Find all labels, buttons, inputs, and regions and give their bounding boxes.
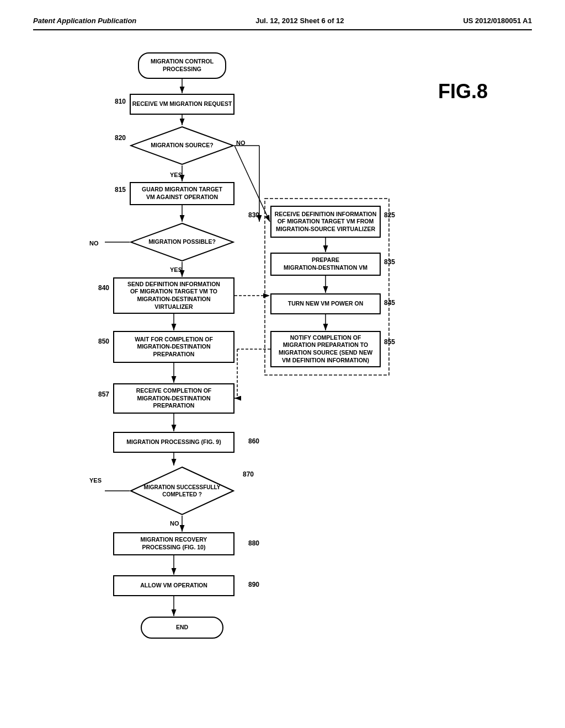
diamond-830: MIGRATION POSSIBLE? [130, 222, 234, 262]
box-845: TURN NEW VM POWER ON [270, 293, 381, 314]
diagram-area: FIG.8 MIGRATION CONTROL PROCESSING 810 R… [33, 36, 532, 681]
step-num-840: 840 [98, 284, 109, 292]
box-835: PREPARE MIGRATION-DESTINATION VM [270, 253, 381, 276]
box-840: SEND DEFINITION INFORMATION OF MIGRATION… [113, 277, 234, 314]
header-patent-num: US 2012/0180051 A1 [463, 17, 532, 25]
step-num-815: 815 [115, 186, 126, 194]
page: Patent Application Publication Jul. 12, … [0, 0, 565, 728]
label-no1: NO [236, 140, 246, 146]
start-box: MIGRATION CONTROL PROCESSING [138, 52, 226, 79]
step-num-850: 850 [98, 338, 109, 345]
step-num-845: 845 [384, 299, 395, 307]
step-num-857: 857 [98, 390, 109, 398]
label-no2: NO [89, 240, 99, 247]
step-num-810: 810 [115, 98, 126, 105]
box-880: MIGRATION RECOVERY PROCESSING (FIG. 10) [113, 532, 234, 555]
step-num-825: 825 [384, 211, 395, 219]
step-num-890: 890 [248, 581, 259, 588]
svg-line-7 [234, 146, 270, 222]
header-sheet-info: Jul. 12, 2012 Sheet 6 of 12 [255, 17, 344, 25]
header-publication: Patent Application Publication [33, 17, 136, 25]
diamond-820: MIGRATION SOURCE? [130, 126, 234, 165]
diamond-870: MIGRATION SUCCESSFULLY COMPLETED ? [130, 466, 234, 516]
label-no3: NO [170, 520, 179, 527]
label-yes1: YES [170, 172, 182, 178]
box-860: MIGRATION PROCESSING (FIG. 9) [113, 432, 234, 453]
step-num-835: 835 [384, 258, 395, 266]
step-num-855: 855 [384, 338, 395, 346]
box-890: ALLOW VM OPERATION [113, 575, 234, 596]
page-header: Patent Application Publication Jul. 12, … [33, 17, 532, 30]
label-yes3: YES [89, 477, 102, 484]
step-num-860: 860 [248, 437, 259, 445]
box-855: NOTIFY COMPLETION OF MIGRATION PREPARATI… [270, 331, 381, 367]
box-815: GUARD MIGRATION TARGET VM AGAINST OPERAT… [130, 182, 234, 205]
box-825: RECEIVE DEFINITION INFORMATION OF MIGRAT… [270, 206, 381, 238]
step-num-880: 880 [248, 539, 259, 547]
step-num-830: 830 [248, 211, 259, 219]
box-810: RECEIVE VM MIGRATION REQUEST [130, 94, 234, 115]
figure-label: FIG.8 [438, 80, 488, 103]
end-box: END [141, 617, 223, 639]
step-num-870: 870 [243, 470, 254, 478]
label-yes2: YES [170, 266, 182, 273]
box-857: RECEIVE COMPLETION OF MIGRATION-DESTINAT… [113, 383, 234, 414]
step-num-820: 820 [115, 134, 126, 142]
box-850: WAIT FOR COMPLETION OF MIGRATION-DESTINA… [113, 331, 234, 363]
